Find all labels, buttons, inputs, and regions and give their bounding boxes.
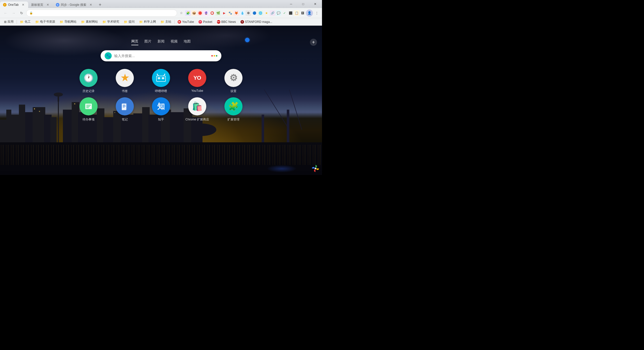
bookmark-pocket[interactable]: P Pocket	[196, 19, 214, 24]
ext-icon-10[interactable]: 💧	[239, 10, 245, 16]
svg-rect-50	[123, 106, 126, 106]
tab-onetab[interactable]: Y OneTab ✕	[0, 2, 28, 8]
title-bar: Y OneTab ✕ 新标签页 ✕ G 同步 - Google 搜索 ✕ + ─…	[0, 0, 322, 8]
tab-onetab-label: OneTab	[8, 3, 19, 7]
minimize-button[interactable]: ─	[285, 0, 297, 8]
dot-yellow	[214, 55, 215, 57]
bookmark-apps[interactable]: ⊞ 应用	[2, 19, 16, 25]
bookmark-homepage[interactable]: 📁 主站	[158, 19, 173, 25]
folder-icon-3: 📁	[60, 20, 63, 24]
search-tab-web[interactable]: 网页	[131, 38, 138, 45]
app-zhihu[interactable]: 知 知乎	[146, 97, 176, 122]
ext-icon-8[interactable]: 🐾	[227, 10, 233, 16]
tab-newtab-label: 新标签页	[31, 3, 43, 7]
app-settings[interactable]: ⚙ 设置	[218, 69, 249, 93]
add-shortcut-button[interactable]: +	[310, 39, 317, 46]
app-extensions[interactable]: 🧩 扩展管理	[218, 97, 249, 122]
extensions-label: 扩展管理	[227, 117, 239, 122]
zhihu-icon: 知	[152, 97, 170, 115]
ext-icon-6[interactable]: 🌿	[215, 10, 221, 16]
folder-icon-1: 📁	[20, 20, 24, 24]
bookmark-hua[interactable]: 📁 化工	[18, 19, 33, 25]
menu-button[interactable]: ⋮	[313, 10, 320, 16]
search-input[interactable]	[114, 54, 209, 58]
app-notes[interactable]: 笔记	[110, 97, 140, 122]
tab-newtab[interactable]: 新标签页 ✕	[28, 2, 53, 8]
ext-icon-5[interactable]: ⭕	[209, 10, 215, 16]
todo-label: 待办事项	[83, 117, 95, 122]
tab-onetab-close[interactable]: ✕	[21, 3, 25, 7]
search-tab-images[interactable]: 图片	[144, 38, 151, 45]
folder-icon-7: 📁	[139, 20, 143, 24]
address-input[interactable]	[34, 11, 174, 15]
history-label: 历史记录	[83, 89, 95, 93]
forward-button[interactable]: →	[10, 10, 17, 17]
reload-button[interactable]: ↻	[18, 10, 25, 17]
address-bar[interactable]: 🔒	[26, 10, 177, 17]
ext-icon-4[interactable]: 🔮	[203, 10, 209, 16]
svg-point-52	[315, 168, 316, 169]
main-content: 网页 图片 新闻 视频 地图 🐾	[0, 26, 322, 175]
bookmark-materials-label: 素材网站	[86, 20, 98, 24]
search-tab-news[interactable]: 新闻	[157, 38, 165, 45]
ext-icon-19[interactable]: 📋	[294, 10, 299, 16]
app-todo[interactable]: 待办事项	[73, 97, 104, 122]
back-button[interactable]: ←	[2, 10, 9, 17]
search-tab-map[interactable]: 地图	[184, 38, 191, 45]
new-tab-button[interactable]: +	[97, 2, 103, 8]
ext-icon-20[interactable]: 🖼	[300, 10, 305, 16]
ext-icon-12[interactable]: 🔵	[252, 10, 257, 16]
app-bookmark[interactable]: ★ 书签	[110, 69, 140, 93]
ext-icon-17[interactable]: ✓	[282, 10, 287, 16]
app-bilibili[interactable]: 哔哩哔哩	[146, 69, 176, 93]
profile-avatar[interactable]: 👤	[306, 10, 313, 17]
settings-icon: ⚙	[224, 69, 243, 87]
bookmark-stanford[interactable]: S STANFORD maga...	[238, 19, 274, 24]
bookmark-hua-label: 化工	[25, 20, 31, 24]
search-area: 网页 图片 新闻 视频 地图 🐾	[0, 38, 322, 61]
youtube-label: YouTube	[191, 89, 203, 93]
ext-icon-7[interactable]: ▶	[221, 10, 227, 16]
ext-icon-18[interactable]: ⬛	[288, 10, 293, 16]
bookmark-askq[interactable]: 📁 提问	[122, 19, 137, 25]
ext-icon-2[interactable]: 📦	[191, 10, 197, 16]
tab-newtab-close[interactable]: ✕	[46, 3, 50, 7]
ext-icon-16[interactable]: 💬	[276, 10, 281, 16]
ext-icon-13[interactable]: 🌐	[258, 10, 263, 16]
bilibili-label: 哔哩哔哩	[155, 89, 167, 93]
bookmark-bbc[interactable]: BBC BBC News	[215, 19, 238, 24]
bookmark-nav[interactable]: 📁 导航网站	[58, 19, 78, 25]
ext-icon-3[interactable]: 🔴	[197, 10, 203, 16]
bookmarks-bar: ⊞ 应用 📁 化工 📁 电子书资源 📁 导航网站 📁 素材网站 📁 学术研究 📁…	[0, 18, 322, 26]
bookmark-scitech[interactable]: 📁 科学上网	[137, 19, 158, 25]
app-history[interactable]: 🕐 历史记录	[73, 69, 104, 93]
ext-icon-14[interactable]: ★	[264, 10, 269, 16]
ext-icon-9[interactable]: 🦊	[233, 10, 239, 16]
ext-icon-1[interactable]: 🧩	[185, 10, 191, 16]
star-button[interactable]: ☆	[178, 10, 185, 16]
bookmark-academic[interactable]: 📁 学术研究	[100, 19, 121, 25]
tab-google-close[interactable]: ✕	[89, 3, 93, 7]
folder-icon-5: 📁	[102, 20, 106, 24]
browser-frame: Y OneTab ✕ 新标签页 ✕ G 同步 - Google 搜索 ✕ + ─…	[0, 0, 322, 175]
close-button[interactable]: ✕	[309, 0, 321, 8]
bookmark-askq-label: 提问	[129, 20, 135, 24]
maximize-button[interactable]: □	[297, 0, 309, 8]
bookmark-materials[interactable]: 📁 素材网站	[79, 19, 100, 25]
app-youtube[interactable]: YO YouTube	[182, 69, 212, 93]
zhihu-label: 知乎	[158, 117, 164, 122]
bookmark-youtube[interactable]: ▶ YouTube	[176, 19, 196, 24]
ext-icon-15[interactable]: 🔗	[270, 10, 275, 16]
bookmark-ebooks[interactable]: 📁 电子书资源	[33, 19, 57, 25]
tab-google[interactable]: G 同步 - Google 搜索 ✕	[53, 2, 96, 8]
ext-icon-11[interactable]: ⚙	[246, 10, 251, 16]
app-chrome-store[interactable]: 🛍️ Chrome 扩展商店	[182, 97, 212, 122]
svg-rect-51	[123, 107, 125, 107]
search-box[interactable]: 🐾	[101, 50, 221, 61]
search-tab-video[interactable]: 视频	[171, 38, 178, 45]
dot-green	[216, 55, 217, 57]
youtube-fav-icon: ▶	[178, 20, 181, 24]
tab-google-label: 同步 - Google 搜索	[61, 3, 86, 7]
bookmark-homepage-label: 主站	[165, 20, 171, 24]
lock-icon: 🔒	[29, 11, 33, 15]
